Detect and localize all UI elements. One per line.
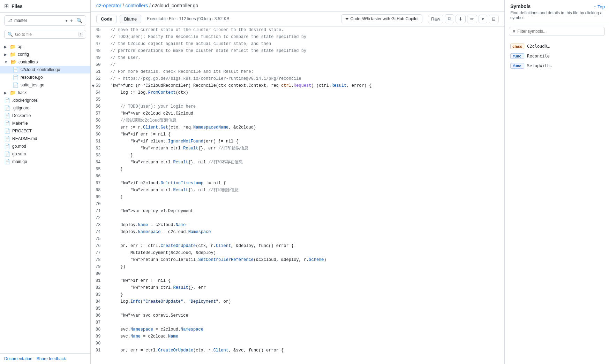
sidebar-item-go-mod[interactable]: 📄 go.mod xyxy=(0,142,90,150)
line-code: } xyxy=(105,152,504,159)
line-code: // perform operations to make the cluste… xyxy=(105,47,504,54)
sidebar-item-label: .gitignore xyxy=(12,106,29,110)
line-code: log := log.FromContext(ctx) xyxy=(105,89,504,96)
chevron-down-icon: ▾ xyxy=(66,19,67,23)
symbols-filter-input[interactable] xyxy=(517,29,601,34)
search-box[interactable]: 🔍 t xyxy=(4,30,86,39)
line-number: 52 xyxy=(91,75,105,82)
sidebar-item-label: api xyxy=(18,44,23,49)
file-icon: 📄 xyxy=(13,75,18,80)
filter-icon: ≡ xyxy=(513,29,515,34)
line-number: 49 xyxy=(91,54,105,61)
table-row: 76 or, err := ctrl.CreateOrUpdate(ctx, r… xyxy=(91,242,504,249)
line-number: 50 xyxy=(91,61,105,68)
sidebar-item-project[interactable]: 📄 PROJECT xyxy=(0,127,90,135)
sidebar-item-makefile[interactable]: 📄 Makefile xyxy=(0,119,90,127)
top-button[interactable]: ↑ Top xyxy=(594,4,605,9)
line-code: }) xyxy=(105,263,504,270)
symbol-name: C2cloudR… xyxy=(527,44,550,49)
search-file-btn[interactable]: 🔍 xyxy=(76,17,83,24)
symbols-filter[interactable]: ≡ xyxy=(509,27,605,36)
edit-button[interactable]: ✏ xyxy=(467,15,477,23)
line-number: 70 xyxy=(91,201,105,208)
share-feedback-link[interactable]: Share feedback xyxy=(37,356,66,361)
symbols-title: Symbols xyxy=(510,3,603,9)
sidebar-item-resource-go[interactable]: 📄 resource.go xyxy=(0,73,90,81)
toolbar: Code Blame Executable File · 112 lines (… xyxy=(91,11,504,26)
line-code: "kw">if err != nil { xyxy=(105,131,504,138)
sidebar-item-dockerignore[interactable]: 📄 .dockerignore xyxy=(0,96,90,104)
breadcrumb-dir[interactable]: controllers xyxy=(125,3,148,8)
symbol-item-class[interactable]: class C2cloudR… xyxy=(505,41,609,51)
raw-button[interactable]: Raw xyxy=(428,15,443,23)
table-row: 89 svc.Name = c2cloud.Name xyxy=(91,333,504,340)
line-number: 72 xyxy=(91,215,105,222)
sidebar-item-hack[interactable]: ▶ 📁 hack xyxy=(0,89,90,96)
line-number: 54 xyxy=(91,89,105,96)
table-row: 91 or, err = ctrl.CreateOrUpdate(ctx, r.… xyxy=(91,347,504,354)
breadcrumb-repo[interactable]: c2-operator xyxy=(96,3,121,8)
line-number: 73 xyxy=(91,222,105,229)
sidebar-item-main-go[interactable]: 📄 main.go xyxy=(0,158,90,165)
line-code: // move the current state of the cluster… xyxy=(105,26,504,33)
line-number: 79 xyxy=(91,263,105,270)
line-number: 57 xyxy=(91,110,105,117)
sidebar-item-gitignore[interactable]: 📄 .gitignore xyxy=(0,104,90,112)
line-number: 67 xyxy=(91,180,105,187)
copy-button[interactable]: ⧉ xyxy=(445,14,454,23)
line-number: 64 xyxy=(91,159,105,166)
symbol-item-setupwith[interactable]: func SetupWith… xyxy=(505,61,609,71)
tab-blame[interactable]: Blame xyxy=(120,15,142,23)
sidebar-item-config[interactable]: ▶ 📁 config xyxy=(0,51,90,58)
sidebar-toggle[interactable]: ⊟ xyxy=(489,15,499,23)
table-row: 90 xyxy=(91,340,504,347)
line-number: 86 xyxy=(91,312,105,319)
fold-button[interactable]: ▼ xyxy=(91,83,96,88)
line-code: } xyxy=(105,291,504,298)
symbols-description: Find definitions and details in this fil… xyxy=(510,10,603,20)
symbol-item-reconcile[interactable]: func Reconcile xyxy=(505,51,609,61)
sidebar-item-controllers[interactable]: ▼ 📂 controllers xyxy=(0,58,90,66)
table-row: 70 xyxy=(91,201,504,208)
sidebar-item-go-sum[interactable]: 📄 go.sum xyxy=(0,150,90,158)
line-number: 66 xyxy=(91,173,105,180)
sidebar-item-c2cloud-controller[interactable]: 📄 c2cloud_controller.go xyxy=(0,66,90,73)
table-row: 72 xyxy=(91,215,504,222)
line-number: 65 xyxy=(91,166,105,173)
more-button[interactable]: ▾ xyxy=(479,15,487,23)
symbol-kind-class: class xyxy=(510,44,524,49)
code-container[interactable]: 45// move the current state of the clust… xyxy=(91,26,504,364)
line-number: 60 xyxy=(91,131,105,138)
folder-icon: 📁 xyxy=(10,44,16,49)
line-code: "kw">return ctrl.Result{}, nil //打印不存在信息 xyxy=(105,159,504,166)
line-number: 81 xyxy=(91,277,105,284)
branch-name: master xyxy=(14,18,63,23)
copilot-button[interactable]: ✦ Code 55% faster with GitHub Copilot xyxy=(341,14,422,23)
line-code: "kw">var deploy v1.Deployment xyxy=(105,208,504,215)
branch-selector[interactable]: ⎇ master ▾ + 🔍 xyxy=(4,15,86,26)
tab-code[interactable]: Code xyxy=(96,15,117,23)
top-label: Top xyxy=(597,4,605,9)
sidebar-item-dockerfile[interactable]: 📄 Dockerfile xyxy=(0,112,90,119)
line-number: 62 xyxy=(91,145,105,152)
search-input[interactable] xyxy=(15,32,76,37)
sidebar-item-label: PROJECT xyxy=(12,129,32,133)
line-code: deploy.Name = c2cloud.Name xyxy=(105,222,504,229)
symbol-name: Reconcile xyxy=(527,54,550,59)
sidebar-item-readme[interactable]: 📄 README.md xyxy=(0,135,90,142)
line-code: "kw">func (r *C2cloudReconciler) Reconci… xyxy=(105,82,504,89)
line-number: 48 xyxy=(91,47,105,54)
table-row: 49// the user. xyxy=(91,54,504,61)
sidebar-item-suite-test-go[interactable]: 📄 suite_test.go xyxy=(0,81,90,89)
symbol-kind-func: func xyxy=(510,63,524,69)
line-code: // - https://pkg.go.dev/sigs.k8s.io/cont… xyxy=(105,75,504,82)
add-file-btn[interactable]: + xyxy=(69,17,74,24)
documentation-link[interactable]: Documentation xyxy=(4,356,32,361)
sidebar-item-api[interactable]: ▶ 📁 api xyxy=(0,43,90,51)
line-number: 55 xyxy=(91,96,105,103)
table-row: ▼53"kw">func (r *C2cloudReconciler) Reco… xyxy=(91,82,504,89)
file-icon: 📄 xyxy=(4,144,10,149)
table-row: 68 "kw">return ctrl.Result{}, nil //打印删除… xyxy=(91,187,504,194)
download-button[interactable]: ⬇ xyxy=(456,15,466,23)
table-row: 63 } xyxy=(91,152,504,159)
